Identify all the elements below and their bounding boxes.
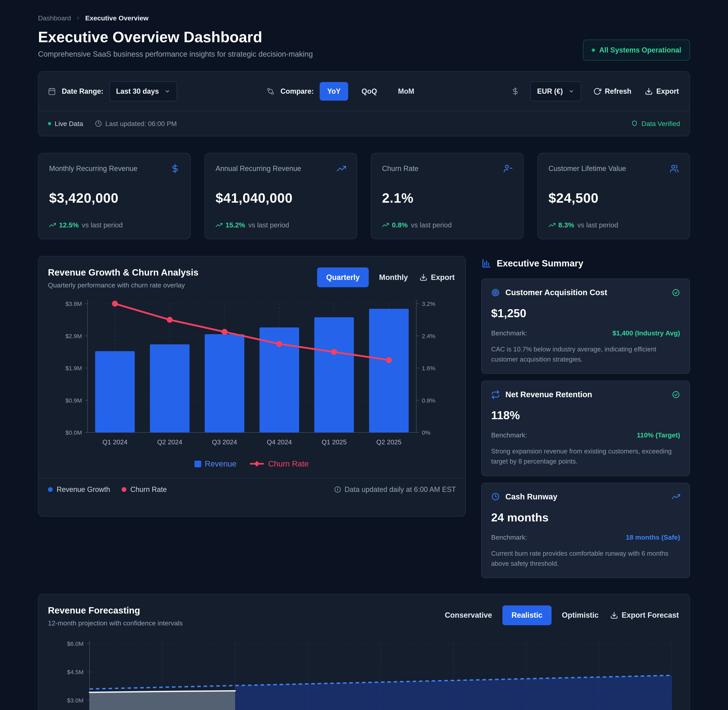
svg-text:Q1 2025: Q1 2025: [322, 439, 347, 446]
bar-chart-icon: [481, 258, 491, 268]
chevron-down-icon: [164, 88, 170, 94]
kpi-card-churn: Churn Rate 2.1% 0.8% vs last period: [371, 153, 524, 239]
kpi-row: Monthly Recurring Revenue $3,420,000 12.…: [38, 153, 690, 239]
live-dot-icon: [48, 122, 51, 125]
summary-card-title: Customer Acquisition Cost: [505, 288, 607, 297]
trend-up-icon: [49, 222, 56, 229]
executive-summary: Executive Summary Customer Acquisition C…: [481, 256, 690, 578]
svg-text:$4.5M: $4.5M: [67, 669, 83, 675]
chart-divider: [38, 478, 466, 478]
chart-subtitle: Quarterly performance with churn rate ov…: [48, 281, 198, 289]
svg-text:Q2 2024: Q2 2024: [157, 439, 182, 446]
chart-export-label: Export: [431, 273, 455, 282]
kpi-delta: 15.2%: [226, 221, 245, 229]
user-minus-icon: [504, 164, 513, 173]
refresh-button[interactable]: Refresh: [592, 87, 633, 96]
svg-text:3.2%: 3.2%: [422, 301, 435, 307]
last-updated-label: Last updated: 06:00 PM: [105, 120, 177, 128]
kpi-delta-suffix: vs last period: [411, 221, 452, 229]
dollar-icon: [511, 87, 519, 95]
target-icon: [491, 288, 500, 297]
trending-up-icon: [337, 164, 346, 173]
check-circle-icon: [672, 390, 680, 399]
check-circle-icon: [672, 289, 680, 297]
legend-dot-revenue: [48, 487, 53, 492]
export-forecast-button[interactable]: Export Forecast: [609, 611, 680, 620]
clock-icon: [95, 120, 102, 127]
summary-card-value: 118%: [491, 408, 680, 422]
toolbar: Date Range: Last 30 days Compare: YoY Qo…: [38, 71, 690, 136]
kpi-label: Annual Recurring Revenue: [216, 164, 301, 173]
forecast-subtitle: 12-month projection with confidence inte…: [48, 619, 183, 627]
forecast-chart: $6.0M$4.5M$3.0M: [48, 638, 681, 710]
svg-text:Q4 2024: Q4 2024: [267, 439, 292, 446]
period-monthly-button[interactable]: Monthly: [378, 273, 409, 282]
kpi-delta-suffix: vs last period: [577, 221, 618, 229]
summary-card-value: 24 months: [491, 511, 680, 524]
kpi-delta-suffix: vs last period: [82, 221, 123, 229]
period-quarterly-button[interactable]: Quarterly: [317, 267, 369, 287]
svg-text:$0.9M: $0.9M: [66, 397, 82, 404]
date-range-select[interactable]: Last 30 days: [109, 81, 177, 101]
kpi-card-arr: Annual Recurring Revenue $41,040,000 15.…: [205, 153, 357, 239]
compare-option-yoy[interactable]: YoY: [319, 82, 348, 101]
svg-text:Revenue: Revenue: [205, 459, 236, 468]
legend-label: Churn Rate: [130, 486, 167, 494]
scenario-optimistic-button[interactable]: Optimistic: [561, 611, 600, 620]
revenue-churn-chart: $0.0M$0.9M$1.9M$2.9M$3.8M0%0.8%1.6%2.4%3…: [48, 294, 457, 474]
kpi-value: $41,040,000: [216, 190, 346, 205]
shield-icon: [631, 120, 638, 127]
benchmark-label: Benchmark:: [491, 431, 527, 439]
compare-label: Compare:: [280, 87, 314, 95]
legend-label: Revenue Growth: [57, 486, 110, 494]
kpi-value: 2.1%: [382, 190, 513, 205]
chart-export-button[interactable]: Export: [418, 273, 456, 282]
scenario-conservative-button[interactable]: Conservative: [444, 611, 493, 620]
download-icon: [419, 273, 428, 281]
data-verified-badge: Data Verified: [631, 120, 680, 128]
benchmark-value: 110% (Target): [637, 431, 680, 439]
status-label: All Systems Operational: [599, 46, 681, 54]
summary-title: Executive Summary: [497, 258, 583, 268]
revenue-churn-card: Revenue Growth & Churn Analysis Quarterl…: [38, 256, 466, 517]
svg-text:Q2 2025: Q2 2025: [376, 439, 401, 446]
compare-icon: [267, 87, 274, 95]
summary-card-description: Current burn rate provides comfortable r…: [491, 548, 680, 569]
scenario-realistic-button[interactable]: Realistic: [502, 606, 552, 625]
currency-select[interactable]: EUR (€): [530, 81, 581, 101]
breadcrumb: Dashboard Executive Overview: [38, 14, 313, 22]
svg-text:0%: 0%: [422, 429, 430, 436]
page-header: Dashboard Executive Overview Executive O…: [38, 14, 690, 61]
svg-text:$1.9M: $1.9M: [66, 365, 82, 371]
kpi-delta: 0.8%: [392, 221, 408, 229]
forecast-title: Revenue Forecasting: [48, 605, 183, 616]
svg-text:Q1 2024: Q1 2024: [103, 439, 127, 446]
refresh-icon: [593, 87, 601, 95]
date-range-value: Last 30 days: [116, 87, 159, 95]
data-verified-label: Data Verified: [642, 120, 680, 128]
live-data-label: Live Data: [55, 120, 83, 128]
benchmark-value: $1,400 (Industry Avg): [612, 329, 680, 337]
summary-card-title: Net Revenue Retention: [505, 390, 592, 399]
legend-item-churn-rate: Churn Rate: [122, 486, 167, 494]
svg-text:0.8%: 0.8%: [422, 397, 435, 404]
chart-footnote: Data updated daily at 6:00 AM EST: [334, 486, 456, 494]
compare-option-mom[interactable]: MoM: [391, 82, 422, 101]
kpi-label: Monthly Recurring Revenue: [49, 164, 138, 173]
svg-text:Churn Rate: Churn Rate: [268, 459, 309, 468]
benchmark-label: Benchmark:: [491, 329, 527, 337]
trend-up-icon: [382, 222, 389, 229]
compare-option-qoq[interactable]: QoQ: [354, 82, 385, 101]
summary-card-description: Strong expansion revenue from existing c…: [491, 446, 680, 466]
svg-text:1.6%: 1.6%: [422, 365, 435, 371]
summary-card-cash-runway: Cash Runway 24 months Benchmark: 18 mont…: [481, 483, 690, 578]
export-forecast-label: Export Forecast: [622, 611, 679, 619]
breadcrumb-item-dashboard[interactable]: Dashboard: [38, 14, 71, 22]
kpi-card-mrr: Monthly Recurring Revenue $3,420,000 12.…: [38, 153, 191, 239]
export-button[interactable]: Export: [644, 87, 680, 96]
trend-up-icon: [549, 222, 555, 229]
svg-text:2.4%: 2.4%: [422, 333, 435, 339]
kpi-delta-suffix: vs last period: [248, 221, 289, 229]
trending-up-icon: [672, 493, 680, 501]
calendar-icon: [48, 87, 56, 95]
